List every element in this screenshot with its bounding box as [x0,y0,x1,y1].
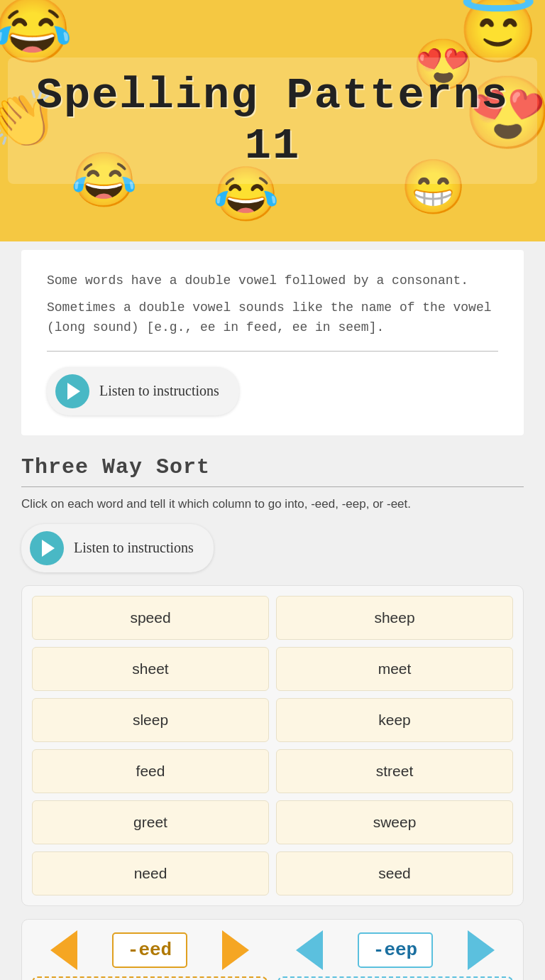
sort-columns-section: -eed -eep [21,919,524,980]
svg-marker-0 [50,930,77,970]
hero-title-line2: 11 [245,121,300,171]
section-divider [21,486,524,487]
eep-arrow-right [468,930,495,970]
svg-marker-3 [468,930,495,970]
listen-instructions-button-2[interactable]: Listen to instructions [21,524,214,572]
hero-title-line1: Spelling Patterns [36,70,510,121]
word-cell-sweep[interactable]: sweep [276,800,513,844]
eed-label-text: -eed [112,932,187,968]
sort-column-eed: -eed [32,932,268,980]
word-cell-seed[interactable]: seed [276,851,513,895]
eed-arrow-right [222,930,249,970]
word-cell-meet[interactable]: meet [276,647,513,691]
eep-arrow-left [296,930,323,970]
listen-label-2: Listen to instructions [74,540,194,556]
eed-arrow-left [50,930,77,970]
eed-drop-zone[interactable] [32,976,268,980]
word-cell-keep[interactable]: keep [276,698,513,742]
instruction-text-1: Some words have a double vowel followed … [47,271,498,291]
word-grid: speed sheep sheet meet sleep keep feed s… [32,596,513,895]
three-way-sort-section: Three Way Sort Click on each word and te… [21,435,524,572]
sort-column-eep: -eep [277,932,513,980]
svg-marker-2 [296,930,323,970]
hero-banner: 😂 😍 😇 👏 😍 😂 😂 😁 Spelling Patterns 11 [0,0,545,241]
listen-instructions-button-1[interactable]: Listen to instructions [47,367,239,415]
eep-label-text: -eep [358,932,433,968]
instruction-divider [47,351,498,352]
sort-label-eep: -eep [296,932,495,968]
listen-label-1: Listen to instructions [99,383,219,399]
word-cell-sheet[interactable]: sheet [32,647,269,691]
eep-drop-zone[interactable] [277,976,513,980]
play-icon-2 [30,531,64,565]
word-cell-street[interactable]: street [276,749,513,793]
word-grid-container: speed sheep sheet meet sleep keep feed s… [21,585,524,906]
word-cell-speed[interactable]: speed [32,596,269,640]
section-title: Three Way Sort [21,455,524,479]
play-icon-1 [55,374,89,408]
instruction-text-2: Sometimes a double vowel sounds like the… [47,298,498,338]
instruction-card: Some words have a double vowel followed … [21,250,524,435]
word-cell-sleep[interactable]: sleep [32,698,269,742]
svg-marker-1 [222,930,249,970]
word-cell-greet[interactable]: greet [32,800,269,844]
sort-label-eed: -eed [50,932,249,968]
section-description: Click on each word and tell it which col… [21,497,524,511]
word-cell-sheep[interactable]: sheep [276,596,513,640]
hero-title: Spelling Patterns 11 [8,58,538,185]
word-cell-need[interactable]: need [32,851,269,895]
word-cell-feed[interactable]: feed [32,749,269,793]
